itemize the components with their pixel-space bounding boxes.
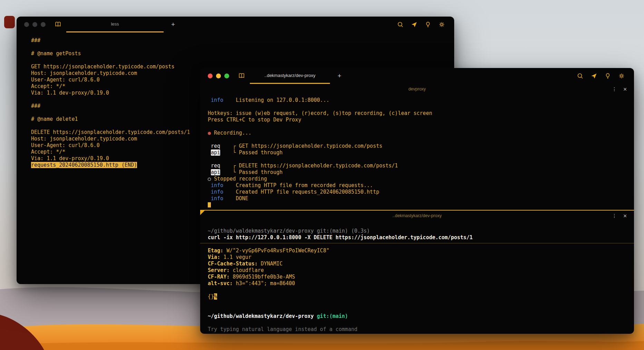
new-tab-button[interactable]: + — [171, 21, 175, 28]
terminal-line — [31, 57, 446, 64]
terminal-line: ~/github/waldekmastykarz/dev-proxy git:(… — [208, 313, 627, 320]
pane-divider[interactable] — [200, 210, 634, 211]
terminal-line: curl -ix http://127.0.0.1:8000 -X DELETE… — [208, 234, 627, 241]
pane-menu-icon[interactable]: ⋮ — [612, 213, 617, 218]
settings-gear-icon[interactable] — [618, 72, 625, 79]
pane-actions: ⋮ × — [612, 213, 627, 218]
terminal-line: Etag: W/"2-vyGp6PvFo4RvsFtPoIWeCReyIC8" — [208, 247, 627, 254]
terminal-line — [208, 156, 627, 163]
tab-label: less — [111, 21, 119, 27]
zoom-window-button[interactable] — [224, 74, 229, 78]
navigation-icon[interactable] — [411, 21, 418, 28]
pane-menu-icon[interactable]: ⋮ — [612, 87, 617, 91]
settings-gear-icon[interactable] — [438, 21, 445, 28]
bookmarks-icon[interactable] — [55, 21, 61, 28]
close-window-button[interactable] — [24, 22, 29, 27]
pane-devproxy: devproxy ⋮ × info Listening on 127.0.0.1… — [200, 84, 634, 210]
terminal-line — [208, 287, 627, 293]
terminal-line: Server: cloudflare — [208, 267, 627, 274]
pane-close-icon[interactable]: × — [623, 213, 627, 218]
terminal-line: ### — [31, 37, 446, 44]
terminal-line: Press CTRL+C to stop Dev Proxy — [208, 117, 627, 123]
traffic-lights — [24, 22, 46, 27]
terminal-output-shell[interactable]: ~/github/waldekmastykarz/dev-proxy git:(… — [200, 221, 634, 333]
zoom-window-button[interactable] — [41, 22, 46, 27]
tab-label: ..dekmastykarz/dev-proxy — [264, 73, 315, 78]
terminal-line: ○ Stopped recording — [208, 176, 627, 182]
terminal-line — [208, 104, 627, 110]
terminal-line: CF-Cache-Status: DYNAMIC — [208, 261, 627, 267]
terminal-line — [208, 307, 627, 313]
minimize-window-button[interactable] — [32, 22, 37, 27]
terminal-line — [208, 300, 627, 307]
traffic-lights — [208, 74, 229, 78]
terminal-line: {}% — [208, 293, 627, 300]
terminal-line: Via: 1.1 vegur — [208, 254, 627, 261]
window-toolbar-icons — [397, 21, 445, 28]
tabbar: less + — [17, 17, 454, 32]
block-separator — [208, 243, 627, 247]
search-icon[interactable] — [397, 21, 404, 28]
terminal-line: info Created HTTP file requests_20240620… — [208, 189, 627, 195]
terminal-line — [208, 202, 627, 208]
new-tab-button[interactable]: + — [338, 72, 341, 80]
lightbulb-icon[interactable] — [425, 21, 431, 28]
navigation-icon[interactable] — [591, 72, 597, 79]
terminal-line: info DONE — [208, 195, 627, 202]
pane-header: ..dekmastykarz/dev-proxy ⋮ × — [200, 211, 634, 221]
pane-header: devproxy ⋮ × — [200, 84, 634, 94]
terminal-line: Hotkeys: issue (w)eb request, (r)ecord, … — [208, 110, 627, 117]
terminal-line — [31, 44, 446, 50]
minimize-window-button[interactable] — [216, 74, 221, 78]
terminal-line: alt-svc: h3=":443"; ma=86400 — [208, 280, 627, 287]
terminal-line: api └ Passed through — [208, 169, 627, 176]
pane-shell: ..dekmastykarz/dev-proxy ⋮ × ~/github/wa… — [200, 211, 634, 334]
terminal-line: ● Recording... — [208, 130, 627, 136]
bookmarks-icon[interactable] — [238, 72, 245, 79]
terminal-line: Try typing natural language instead of a… — [208, 326, 627, 333]
pane-actions: ⋮ × — [612, 87, 627, 91]
pane-title: ..dekmastykarz/dev-proxy — [200, 213, 634, 218]
lightbulb-icon[interactable] — [604, 72, 611, 79]
terminal-line: CF-RAY: 8969d519bffe0b3e-AMS — [208, 274, 627, 280]
pane-title: devproxy — [200, 87, 634, 91]
close-window-button[interactable] — [208, 74, 213, 78]
terminal-line: req ┌ GET https://jsonplaceholder.typico… — [208, 143, 627, 149]
terminal-line — [208, 136, 627, 143]
search-icon[interactable] — [577, 72, 584, 79]
terminal-output-devproxy[interactable]: info Listening on 127.0.0.1:8000... Hotk… — [200, 94, 634, 208]
tab-dev-proxy[interactable]: ..dekmastykarz/dev-proxy — [250, 68, 330, 84]
tabbar: ..dekmastykarz/dev-proxy + — [200, 68, 634, 84]
terminal-line: req ┌ DELETE https://jsonplaceholder.typ… — [208, 163, 627, 169]
terminal-line: info Listening on 127.0.0.1:8000... — [208, 97, 627, 104]
terminal-window-devproxy: ..dekmastykarz/dev-proxy + — [200, 68, 634, 334]
terminal-line — [208, 320, 627, 326]
terminal-line: # @name getPosts — [31, 50, 446, 57]
terminal-line: ~/github/waldekmastykarz/dev-proxy git:(… — [208, 228, 627, 234]
tab-less[interactable]: less — [66, 17, 164, 32]
terminal-line: info Creating HTTP file from recorded re… — [208, 182, 627, 189]
window-toolbar-icons — [577, 72, 625, 79]
terminal-line — [208, 123, 627, 130]
pane-close-icon[interactable]: × — [623, 87, 627, 91]
terminal-line: api └ Passed through — [208, 149, 627, 156]
